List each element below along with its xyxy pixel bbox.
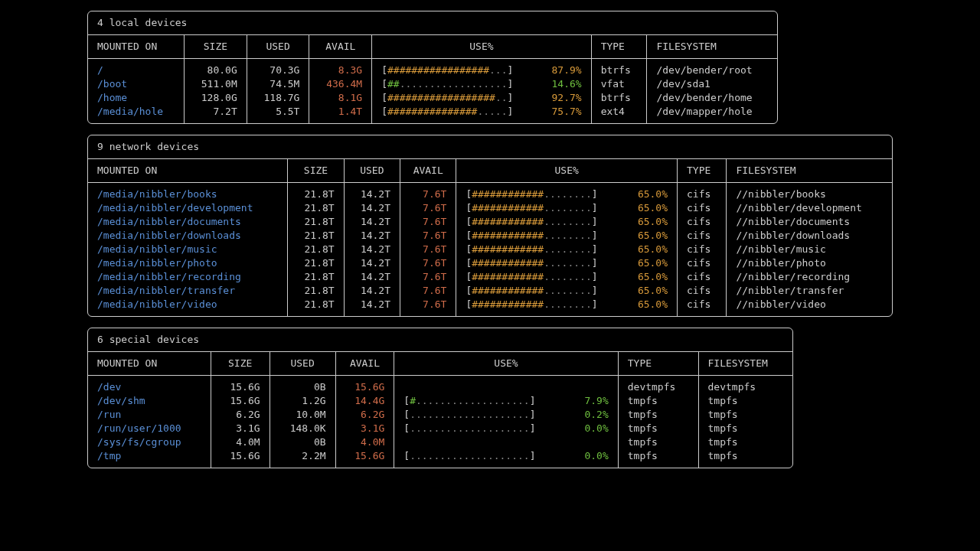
cell-avail: 7.6T: [400, 256, 456, 270]
cell-avail: 8.1G: [309, 91, 372, 105]
usage-pct: 65.0%: [638, 215, 668, 229]
usage-pct: 14.6%: [552, 77, 582, 91]
cell-used: 14.2T: [344, 215, 400, 229]
cell-used: 118.7G: [247, 91, 309, 105]
cell-filesystem: //nibbler/music: [727, 243, 892, 256]
cell-mount: /boot: [88, 77, 185, 91]
cell-usepct: [....................]0.0%: [394, 422, 618, 435]
col-size: SIZE: [288, 159, 344, 183]
usage-bar: [############........]: [466, 201, 597, 215]
table-row: /80.0G70.3G8.3G[#################...]87.…: [88, 59, 777, 78]
usage-bar: [#...................]: [403, 394, 535, 408]
usage-pct: 65.0%: [638, 284, 668, 298]
cell-used: 5.5T: [247, 105, 309, 123]
cell-filesystem: tmpfs: [698, 435, 792, 449]
cell-usepct: [############........]65.0%: [456, 243, 678, 256]
usage-bar: [############........]: [466, 243, 597, 256]
cell-mount: /run/user/1000: [88, 422, 211, 435]
col-avail: AVAIL: [309, 35, 372, 59]
cell-used: 0B: [270, 435, 335, 449]
cell-size: 80.0G: [185, 59, 247, 78]
usage-bar: [############........]: [466, 229, 597, 243]
usage-pct: 65.0%: [638, 229, 668, 243]
cell-size: 21.8T: [288, 243, 344, 256]
cell-size: 4.0M: [211, 435, 270, 449]
usage-pct: 65.0%: [638, 270, 668, 284]
cell-type: tmpfs: [618, 394, 698, 408]
cell-size: 21.8T: [288, 215, 344, 229]
cell-avail: 436.4M: [309, 77, 372, 91]
cell-size: 15.6G: [211, 376, 270, 395]
device-table: MOUNTED ONSIZEUSEDAVAILUSE%TYPEFILESYSTE…: [88, 35, 777, 123]
table-row: /media/nibbler/music21.8T14.2T7.6T[#####…: [88, 243, 892, 256]
cell-size: 15.6G: [211, 394, 270, 408]
cell-type: cifs: [678, 243, 727, 256]
cell-filesystem: //nibbler/books: [727, 183, 892, 202]
cell-used: 74.5M: [247, 77, 309, 91]
usage-bar: [#################...]: [381, 64, 513, 77]
cell-size: 128.0G: [185, 91, 247, 105]
cell-filesystem: //nibbler/video: [727, 298, 892, 316]
cell-type: ext4: [591, 105, 647, 123]
col-mounted: MOUNTED ON: [88, 159, 288, 183]
cell-used: 2.2M: [270, 449, 335, 468]
col-usepct: USE%: [394, 352, 618, 376]
duf-output: 4 local devicesMOUNTED ONSIZEUSEDAVAILUS…: [0, 11, 980, 468]
cell-avail: 7.6T: [400, 270, 456, 284]
usage-pct: 65.0%: [638, 187, 668, 201]
cell-avail: 7.6T: [400, 243, 456, 256]
cell-usepct: [############........]65.0%: [456, 229, 678, 243]
cell-mount: /tmp: [88, 449, 211, 468]
cell-usepct: [#################...]87.9%: [372, 59, 591, 78]
cell-usepct: [394, 376, 618, 395]
cell-usepct: [....................]0.0%: [394, 449, 618, 468]
cell-usepct: [394, 435, 618, 449]
cell-filesystem: devtmpfs: [698, 376, 792, 395]
table-row: /media/nibbler/video21.8T14.2T7.6T[#####…: [88, 298, 892, 316]
cell-type: btrfs: [591, 59, 647, 78]
table-row: /run/user/10003.1G148.0K3.1G[...........…: [88, 422, 792, 435]
cell-filesystem: //nibbler/documents: [727, 215, 892, 229]
col-avail: AVAIL: [335, 352, 394, 376]
cell-used: 10.0M: [270, 408, 335, 422]
col-used: USED: [247, 35, 309, 59]
cell-type: cifs: [678, 284, 727, 298]
cell-filesystem: //nibbler/downloads: [727, 229, 892, 243]
cell-type: cifs: [678, 183, 727, 202]
cell-usepct: [############........]65.0%: [456, 183, 678, 202]
cell-type: cifs: [678, 215, 727, 229]
table-row: /media/nibbler/books21.8T14.2T7.6T[#####…: [88, 183, 892, 202]
table-row: /media/nibbler/development21.8T14.2T7.6T…: [88, 201, 892, 215]
col-usepct: USE%: [456, 159, 678, 183]
cell-mount: /media/nibbler/books: [88, 183, 288, 202]
cell-size: 21.8T: [288, 298, 344, 316]
usage-bar: [....................]: [403, 408, 535, 422]
cell-filesystem: tmpfs: [698, 422, 792, 435]
section-title: 4 local devices: [88, 11, 777, 35]
usage-bar: [###############.....]: [381, 105, 513, 119]
cell-usepct: [#...................]7.9%: [394, 394, 618, 408]
cell-size: 21.8T: [288, 270, 344, 284]
usage-bar: [##################..]: [381, 91, 513, 105]
cell-type: tmpfs: [618, 449, 698, 468]
cell-used: 14.2T: [344, 243, 400, 256]
cell-type: vfat: [591, 77, 647, 91]
device-table: MOUNTED ONSIZEUSEDAVAILUSE%TYPEFILESYSTE…: [88, 159, 892, 316]
cell-type: devtmpfs: [618, 376, 698, 395]
cell-avail: 7.6T: [400, 201, 456, 215]
table-row: /home128.0G118.7G8.1G[##################…: [88, 91, 777, 105]
cell-usepct: [############........]65.0%: [456, 298, 678, 316]
cell-mount: /home: [88, 91, 185, 105]
cell-avail: 1.4T: [309, 105, 372, 123]
cell-mount: /media/nibbler/video: [88, 298, 288, 316]
table-row: /run6.2G10.0M6.2G[....................]0…: [88, 408, 792, 422]
usage-bar: [############........]: [466, 187, 597, 201]
usage-pct: 0.0%: [584, 449, 608, 463]
cell-avail: 7.6T: [400, 183, 456, 202]
cell-size: 3.1G: [211, 422, 270, 435]
cell-filesystem: /dev/bender/root: [647, 59, 777, 78]
cell-avail: 7.6T: [400, 284, 456, 298]
cell-avail: 15.6G: [335, 376, 394, 395]
table-row: /dev15.6G0B15.6Gdevtmpfsdevtmpfs: [88, 376, 792, 395]
usage-bar: [############........]: [466, 215, 597, 229]
